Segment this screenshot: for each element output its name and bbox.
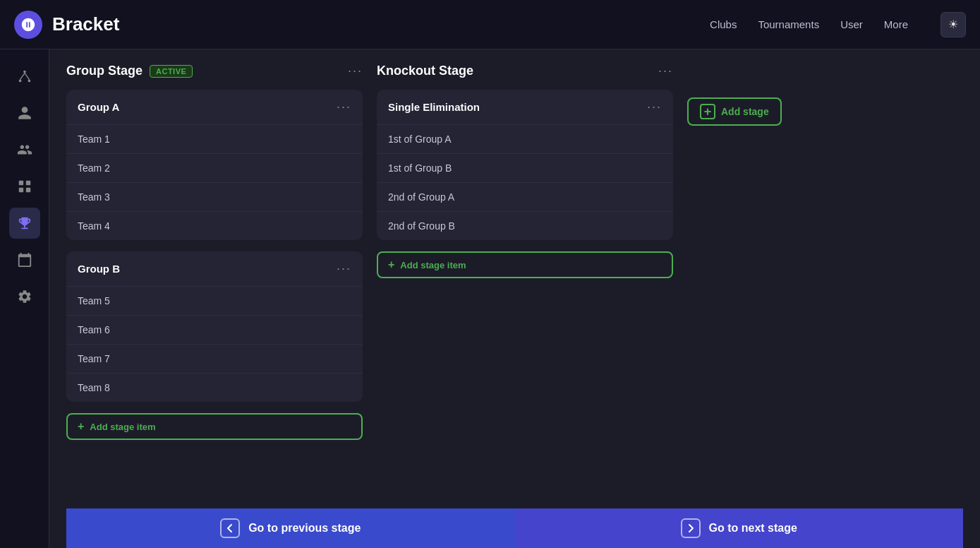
add-stage-label: Add stage [721, 106, 769, 117]
group-b-title: Group B [78, 263, 337, 275]
table-row: 1st of Group B [377, 154, 673, 183]
knockout-stage-title: Knockout Stage [377, 64, 473, 78]
sidebar-item-trophy[interactable] [9, 208, 40, 239]
knockout-stage-add-item-button[interactable]: + Add stage item [377, 251, 673, 278]
svg-point-0 [23, 71, 26, 73]
group-a-title: Group A [78, 101, 337, 113]
svg-point-2 [28, 80, 30, 83]
prev-arrow-icon [220, 518, 240, 538]
sidebar-item-settings[interactable] [9, 281, 40, 312]
sidebar [0, 49, 49, 548]
svg-line-3 [20, 73, 24, 79]
table-row: Team 6 [66, 316, 363, 345]
knockout-add-item-label: Add stage item [400, 260, 466, 270]
active-badge: ACTIVE [150, 65, 193, 78]
main-layout: Group Stage ACTIVE ··· Group A ··· Team … [0, 49, 980, 548]
next-arrow-icon [681, 518, 701, 538]
single-elimination-header: Single Elimination ··· [377, 90, 673, 125]
svg-point-1 [18, 80, 21, 83]
group-b-card: Group B ··· Team 5 Team 6 Team 7 Team 8 [66, 251, 363, 402]
group-b-more-button[interactable]: ··· [337, 261, 351, 276]
add-stage-button[interactable]: + Add stage [687, 97, 782, 126]
add-stage-plus-icon: + [700, 104, 715, 119]
knockout-stage-header: Knockout Stage ··· [377, 64, 673, 78]
single-elimination-card: Single Elimination ··· 1st of Group A 1s… [377, 90, 673, 240]
go-to-previous-stage-button[interactable]: Go to previous stage [66, 508, 515, 548]
sidebar-item-calendar[interactable] [9, 244, 40, 275]
group-a-header: Group A ··· [66, 90, 363, 125]
content-area: Group Stage ACTIVE ··· Group A ··· Team … [49, 49, 980, 548]
table-row: 1st of Group A [377, 125, 673, 154]
next-button-label: Go to next stage [709, 522, 797, 535]
table-row: Team 4 [66, 212, 363, 240]
single-elimination-title: Single Elimination [388, 101, 647, 113]
svg-rect-8 [25, 188, 30, 192]
svg-rect-5 [18, 181, 23, 185]
table-row: Team 5 [66, 287, 363, 316]
plus-icon: + [78, 420, 84, 433]
prev-button-label: Go to previous stage [248, 522, 361, 535]
group-stage-title: Group Stage [66, 64, 143, 78]
nav-clubs[interactable]: Clubs [710, 18, 737, 30]
nav-tournaments[interactable]: Tournaments [758, 18, 819, 30]
sidebar-item-profile[interactable] [9, 97, 40, 129]
group-a-more-button[interactable]: ··· [337, 100, 351, 114]
group-stage-column: Group Stage ACTIVE ··· Group A ··· Team … [66, 64, 363, 500]
group-b-header: Group B ··· [66, 251, 363, 287]
group-stage-header: Group Stage ACTIVE ··· [66, 64, 363, 78]
table-row: 2nd of Group A [377, 183, 673, 212]
single-elimination-more-button[interactable]: ··· [647, 100, 662, 114]
table-row: 2nd of Group B [377, 212, 673, 240]
svg-rect-6 [25, 181, 30, 185]
go-to-next-stage-button[interactable]: Go to next stage [515, 508, 964, 548]
top-nav: Clubs Tournaments User More ☀ [710, 12, 966, 37]
svg-rect-7 [18, 188, 23, 192]
svg-line-4 [25, 73, 29, 79]
table-row: Team 3 [66, 183, 363, 212]
sidebar-item-network[interactable] [9, 61, 40, 92]
app-title: Bracket [52, 13, 710, 35]
add-item-label: Add stage item [90, 422, 155, 432]
theme-toggle-button[interactable]: ☀ [940, 12, 966, 37]
group-a-card: Group A ··· Team 1 Team 2 Team 3 Team 4 [66, 90, 363, 240]
knockout-stage-more-button[interactable]: ··· [658, 64, 673, 78]
add-stage-column: + Add stage [687, 64, 782, 500]
bottom-navigation-bar: Go to previous stage Go to next stage [66, 508, 963, 548]
app-logo [14, 11, 42, 39]
nav-more[interactable]: More [884, 18, 908, 30]
group-stage-more-button[interactable]: ··· [348, 64, 363, 78]
table-row: Team 1 [66, 125, 363, 154]
sidebar-item-team[interactable] [9, 134, 40, 165]
stages-row: Group Stage ACTIVE ··· Group A ··· Team … [66, 64, 963, 500]
sidebar-item-dashboard[interactable] [9, 171, 40, 202]
header: Bracket Clubs Tournaments User More ☀ [0, 0, 980, 49]
nav-user[interactable]: User [840, 18, 863, 30]
knockout-stage-column: Knockout Stage ··· Single Elimination ··… [377, 64, 673, 500]
group-stage-add-item-button[interactable]: + Add stage item [66, 413, 363, 440]
table-row: Team 7 [66, 345, 363, 374]
plus-icon: + [388, 258, 394, 271]
table-row: Team 8 [66, 374, 363, 402]
table-row: Team 2 [66, 154, 363, 183]
